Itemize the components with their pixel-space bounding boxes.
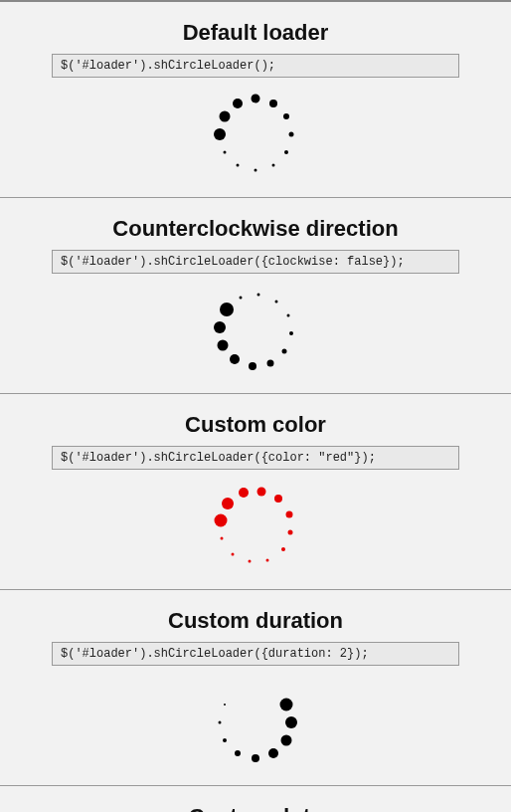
loader-dot <box>288 530 293 535</box>
loader-dot <box>237 164 240 167</box>
loader-dot <box>272 164 275 167</box>
loader-dot <box>252 95 260 103</box>
loader-dot <box>214 513 227 526</box>
loader-dot <box>233 99 243 108</box>
code-snippet: $('#loader').shCircleLoader({duration: 2… <box>52 642 459 666</box>
loader-dot <box>214 128 226 140</box>
code-snippet: $('#loader').shCircleLoader({color: "red… <box>52 446 459 470</box>
loader-dot <box>219 111 230 122</box>
loader-dot <box>239 488 249 498</box>
loader-dot <box>283 113 289 119</box>
example-section-color: Custom color$('#loader').shCircleLoader(… <box>0 393 511 589</box>
section-title: Counterclockwise direction <box>0 216 511 242</box>
loader-dot <box>281 735 292 746</box>
loader-dot <box>214 321 226 333</box>
circle-loader-icon <box>211 678 300 767</box>
loader-dot <box>274 495 282 503</box>
loader-dot <box>224 704 226 706</box>
loader-dot <box>257 487 266 496</box>
loader-dot <box>280 699 293 711</box>
loader-dot <box>223 738 227 742</box>
example-section-ccw: Counterclockwise direction$('#loader').s… <box>0 197 511 393</box>
section-title: Custom color <box>0 412 511 438</box>
section-title: Default loader <box>0 20 511 46</box>
circle-loader-icon <box>211 286 300 375</box>
example-section-default: Default loader$('#loader').shCircleLoade… <box>0 0 511 197</box>
loader-dot <box>289 331 293 335</box>
loader-dot <box>252 754 259 762</box>
loader-dot <box>222 498 234 509</box>
loader-dot <box>218 340 229 351</box>
loader-dot <box>231 552 234 555</box>
example-section-duration: Custom duration$('#loader').shCircleLoad… <box>0 589 511 785</box>
code-snippet: $('#loader').shCircleLoader(); <box>52 54 459 78</box>
loader-dot <box>284 150 288 154</box>
loader-dot <box>274 300 277 303</box>
loader-dot <box>257 294 260 297</box>
loader-dot <box>268 748 278 758</box>
loader-dot <box>267 359 274 366</box>
example-section-dots: Custom dots <box>0 785 511 812</box>
loader-dot <box>220 303 234 316</box>
loader-dot <box>282 348 287 353</box>
loader-dot <box>266 558 269 561</box>
loader-dot <box>249 362 256 370</box>
code-snippet: $('#loader').shCircleLoader({clockwise: … <box>52 250 459 274</box>
loader-dot <box>235 750 241 756</box>
loader-dot <box>221 537 224 540</box>
loader-dot <box>289 132 294 137</box>
loader-dot <box>230 354 240 364</box>
loader-dot <box>281 547 285 551</box>
section-title: Custom dots <box>0 804 511 812</box>
loader-dot <box>269 100 277 107</box>
loader-dot <box>239 297 242 300</box>
loader-dot <box>286 313 289 316</box>
loader-dot <box>223 151 226 154</box>
circle-loader-icon <box>211 482 300 571</box>
circle-loader-icon <box>211 90 300 179</box>
loader-dot <box>285 716 297 728</box>
loader-dot <box>219 721 222 724</box>
loader-dot <box>285 510 292 517</box>
section-title: Custom duration <box>0 608 511 634</box>
loader-dot <box>248 560 251 563</box>
loader-dot <box>255 169 257 172</box>
